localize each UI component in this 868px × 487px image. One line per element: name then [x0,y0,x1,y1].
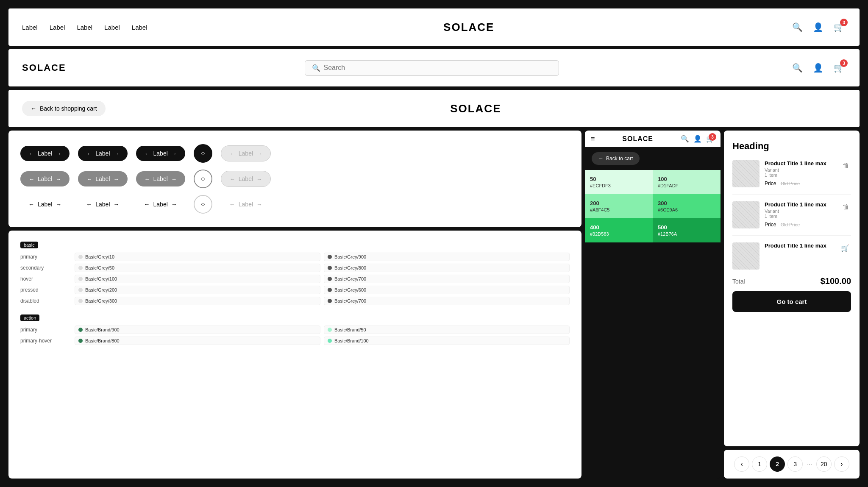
cart-icon[interactable]: 🛒3 [832,20,846,34]
remove-item-button[interactable]: 🗑 [841,160,851,171]
search-icon-btn-2[interactable]: 🔍 [790,61,804,75]
nav-link-5[interactable]: Label [132,24,147,31]
cart-badge-2: 3 [840,59,848,67]
circle-btn-dark[interactable]: ○ [194,144,212,163]
mini-cart-icon[interactable]: 🛒3 [706,135,715,143]
item-price: Price [765,222,776,228]
swatch-row: 50 #ECFDF3 100 #D1FADF [585,170,721,194]
swatch-200: 200 #A6F4C5 [585,194,653,218]
search-input[interactable] [324,64,552,72]
account-icon-2[interactable]: 👤 [811,61,825,75]
price-row: Price Old Price [765,220,836,228]
bottom-grid: ← Label → ← Label → ← Label → ○ ← Labe [8,131,860,479]
prev-page-button[interactable]: ‹ [734,456,749,472]
navbar-primary: Label Label Label Label Label SOLACE 🔍 👤… [8,8,860,46]
swatch-num: 50 [590,176,648,182]
pill-btn-gray-2[interactable]: ← Label → [78,171,127,186]
pill-btn-outline-2[interactable]: ← Label → [221,171,271,187]
cart-item-info: Product Title 1 line max Variant 1 item … [765,201,836,228]
token-chip-lm: Basic/Grey/300 [75,297,320,305]
search-icon[interactable]: 🔍 [790,20,804,34]
mini-nav: ≡ SOLACE 🔍 👤 🛒3 [585,131,721,147]
arrow-left-icon: ← [144,201,150,208]
swatch-hex: #A6F4C5 [590,207,648,212]
mini-back-label: Back to cart [606,156,633,161]
swatch-num: 200 [590,200,648,206]
page-btn-last[interactable]: 20 [816,456,832,472]
basic-badge: basic [20,242,38,248]
pill-btn-plain-1[interactable]: ← Label → [27,198,63,211]
circle-btn-outline[interactable]: ○ [194,195,212,214]
token-chip-dm: Basic/Brand/50 [324,326,570,334]
pill-btn-plain-2[interactable]: ← Label → [84,198,121,211]
button-grid: ← Label → ← Label → ← Label → ○ ← Labe [20,144,570,214]
swatch-400: 400 #32D583 [585,218,653,242]
mini-search-icon[interactable]: 🔍 [681,135,689,143]
pill-btn-plain-light[interactable]: ← Label → [228,198,264,211]
cart-item: Product Title 1 line max Variant 1 item … [732,160,851,195]
mini-back-section: ← Back to cart [585,147,721,170]
circle-btn-gray[interactable]: ○ [194,170,212,188]
page-btn-3[interactable]: 3 [787,456,803,472]
pill-btn-plain-3[interactable]: ← Label → [142,198,179,211]
btn-label: Label [153,175,168,182]
page-btn-1[interactable]: 1 [752,456,767,472]
token-name: primary-hover [20,338,71,344]
nav-link-2[interactable]: Label [50,24,65,31]
swatch-hex: #6CE9A6 [658,207,715,212]
go-to-cart-button[interactable]: Go to cart [732,291,851,312]
item-old-price: Old Price [781,181,800,186]
swatch-hex: #D1FADF [658,183,715,188]
mini-cart-badge: 3 [709,133,716,141]
btn-label: Label [239,150,253,157]
product-variant: Variant [765,209,836,214]
remove-item-button[interactable]: 🛒 [839,242,851,254]
remove-item-button[interactable]: 🗑 [841,201,851,212]
swatch-100: 100 #D1FADF [653,170,721,194]
product-title: Product Title 1 line max [765,242,834,249]
token-row: secondary Basic/Grey/50 Basic/Grey/800 [20,264,570,272]
arrow-left-icon: ← [31,105,36,112]
token-chip-dm: Basic/Grey/900 [324,253,570,261]
pill-btn-dark-1[interactable]: ← Label → [20,146,70,161]
product-title: Product Title 1 line max [765,201,836,208]
arrow-right-icon: → [256,201,262,208]
nav-link-4[interactable]: Label [104,24,120,31]
pagination-panel: ‹ 1 2 3 ··· 20 › [724,450,860,479]
pill-btn-gray-1[interactable]: ← Label → [20,171,70,186]
pill-btn-dark-3[interactable]: ← Label → [136,146,185,161]
nav-link-1[interactable]: Label [22,24,38,31]
nav-icons-2: 🔍 👤 🛒3 [790,61,846,75]
chip-dot [328,339,332,343]
token-chip-lm: Basic/Grey/50 [75,264,320,272]
chip-dot [328,266,332,270]
account-icon[interactable]: 👤 [811,20,825,34]
btn-label: Label [95,175,110,182]
pill-btn-gray-3[interactable]: ← Label → [136,171,185,186]
hamburger-icon[interactable]: ≡ [591,135,595,143]
arrow-left-icon: ← [86,201,92,208]
next-page-button[interactable]: › [834,456,849,472]
mini-back-button[interactable]: ← Back to cart [592,152,640,165]
btn-label: Label [95,201,110,208]
color-swatches: 50 #ECFDF3 100 #D1FADF 200 #A6F4C5 [585,170,721,242]
arrow-left-icon: ← [230,150,235,157]
token-chip-lm: Basic/Grey/200 [75,286,320,294]
swatch-num: 400 [590,224,648,231]
pill-btn-dark-2[interactable]: ← Label → [78,146,127,161]
brand-logo-2: SOLACE [22,62,73,73]
mini-account-icon[interactable]: 👤 [693,135,702,143]
swatch-hex: #32D583 [590,231,648,237]
page-btn-2[interactable]: 2 [770,456,785,472]
token-row: hover Basic/Grey/100 Basic/Grey/700 [20,275,570,283]
swatch-num: 100 [658,176,715,182]
btn-label: Label [239,201,253,208]
back-to-cart-button[interactable]: ← Back to shopping cart [22,101,106,116]
arrow-right-icon: → [114,150,119,157]
swatch-50: 50 #ECFDF3 [585,170,653,194]
cart-icon-2[interactable]: 🛒3 [832,61,846,75]
nav-link-3[interactable]: Label [77,24,92,31]
token-row: disabled Basic/Grey/300 Basic/Grey/700 [20,297,570,305]
arrow-left-icon: ← [28,201,34,208]
pill-btn-outline-1[interactable]: ← Label → [221,145,271,161]
